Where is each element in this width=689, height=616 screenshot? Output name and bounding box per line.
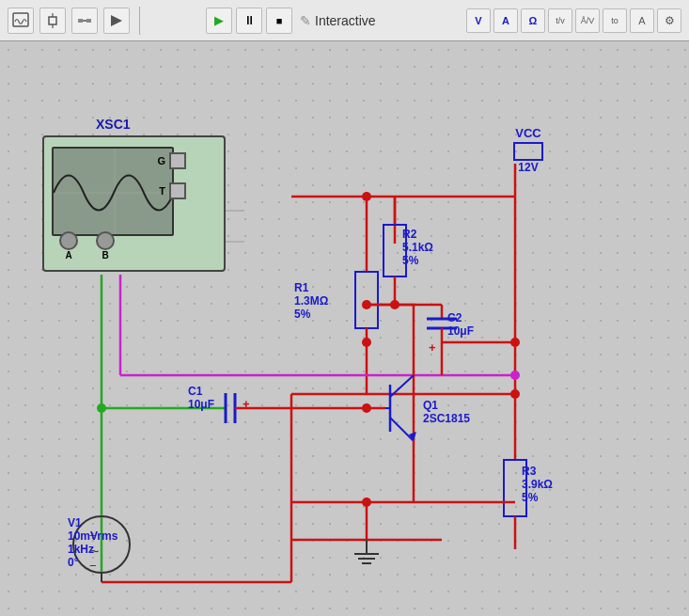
q1-value: 2SC1815: [423, 412, 470, 425]
wire-icon[interactable]: [71, 8, 98, 34]
q1-id: Q1: [423, 399, 470, 412]
toolbar-right: V A Ω t/v Å/V to A ⚙: [466, 8, 681, 33]
component-icon[interactable]: [39, 8, 66, 34]
v1-id: V1: [68, 516, 117, 529]
amp-icon[interactable]: A: [493, 8, 518, 33]
vcc-value: 12V: [518, 161, 538, 174]
interactive-text: Interactive: [315, 13, 376, 28]
v1-label: V1 10mVrms 1kHz 0°: [68, 516, 117, 569]
r2-label: R2 5.1kΩ 5%: [402, 228, 433, 267]
c1-label: C1 10μF: [188, 385, 214, 411]
amp2-icon[interactable]: A: [630, 8, 654, 33]
interactive-label-container: ✎ Interactive: [300, 13, 376, 28]
c1-value: 10μF: [188, 398, 214, 411]
c2-label: C2 10μF: [447, 311, 474, 338]
svg-rect-6: [86, 19, 91, 23]
pause-button[interactable]: ⏸: [236, 8, 262, 34]
r1-tolerance: 5%: [294, 308, 328, 321]
c2-value: 10μF: [447, 324, 474, 338]
circuit-canvas[interactable]: + ~ − XSC1: [0, 41, 689, 616]
vcc-component: VCC 12V: [513, 126, 543, 174]
separator-1: [139, 7, 140, 35]
v1-value: 10mVrms: [68, 529, 117, 543]
svg-point-28: [510, 371, 520, 380]
q1-label: Q1 2SC1815: [423, 399, 470, 425]
simulation-icon[interactable]: [103, 8, 130, 34]
r2-tolerance: 5%: [402, 254, 433, 267]
osc-screen: [52, 147, 174, 236]
c2-id: C2: [447, 311, 474, 324]
svg-point-55: [362, 403, 371, 413]
gear-icon[interactable]: ⚙: [657, 8, 681, 33]
toolbar: ▶ ⏸ ■ ✎ Interactive V A Ω t/v Å/V to A ⚙: [0, 0, 689, 41]
oscilloscope-tool-icon[interactable]: [8, 8, 34, 34]
vcc-label: VCC: [515, 126, 540, 140]
r1-value: 1.3MΩ: [294, 294, 328, 308]
c1-id: C1: [188, 385, 214, 398]
r2-value: 5.1kΩ: [402, 241, 433, 254]
volt-icon[interactable]: V: [466, 8, 491, 33]
r3-value: 3.9kΩ: [522, 478, 553, 491]
v1-phase: 0°: [68, 556, 117, 569]
r3-id: R3: [522, 465, 553, 478]
r2-id: R2: [402, 228, 433, 241]
oscilloscope-xsc1[interactable]: XSC1 G T A: [42, 135, 226, 272]
c2-plus: +: [429, 340, 436, 355]
r3-tolerance: 5%: [522, 491, 553, 504]
r3-label: R3 3.9kΩ 5%: [522, 465, 553, 504]
av-icon[interactable]: Å/V: [575, 8, 600, 33]
svg-rect-4: [78, 19, 83, 23]
ohm-icon[interactable]: Ω: [521, 8, 545, 33]
svg-line-58: [390, 418, 414, 441]
r1-id: R1: [294, 281, 328, 294]
to-icon[interactable]: to: [603, 8, 627, 33]
r1-label: R1 1.3MΩ 5%: [294, 281, 328, 321]
c1-plus: +: [243, 397, 250, 411]
v1-freq: 1kHz: [68, 543, 117, 556]
tv-icon[interactable]: t/v: [548, 8, 572, 33]
osc-label: XSC1: [96, 117, 131, 132]
svg-rect-1: [49, 17, 56, 24]
stop-button[interactable]: ■: [266, 8, 292, 34]
vcc-symbol: [513, 142, 543, 161]
simulation-controls: ▶ ⏸ ■ ✎ Interactive: [206, 8, 376, 34]
play-button[interactable]: ▶: [206, 8, 232, 34]
